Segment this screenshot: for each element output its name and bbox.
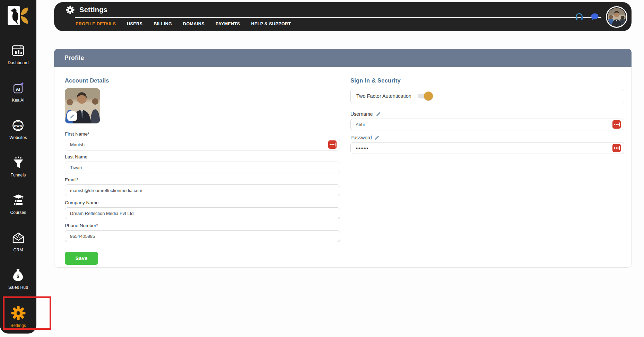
sidebar-item-label: Funnels <box>10 173 26 178</box>
envelope-gear-icon <box>11 231 25 245</box>
sidebar-item-sales-hub[interactable]: $ Sales Hub <box>8 268 28 293</box>
sidebar-item-label: Dashboard <box>8 60 29 65</box>
edit-username-button[interactable] <box>376 111 381 117</box>
svg-text:www: www <box>14 124 23 128</box>
svg-text:AI: AI <box>16 87 20 92</box>
header-underline <box>75 17 601 18</box>
password-manager-icon[interactable] <box>612 120 621 129</box>
tab-help-support[interactable]: HELP & SUPPORT <box>251 21 291 26</box>
password-manager-icon[interactable] <box>612 144 621 152</box>
dashboard-icon <box>11 44 25 58</box>
security-column: Sign In & Security Two Factor Autenticat… <box>350 67 624 157</box>
password-manager-icon[interactable] <box>328 140 337 149</box>
company-name-label: Company Name <box>65 200 340 206</box>
annotation-highlight-box <box>3 296 51 330</box>
tab-profile-details[interactable]: PROFILE DETAILS <box>76 21 116 26</box>
last-name-field <box>65 162 340 173</box>
top-header: Settings PROFILE DETAILS USERS BILLING D… <box>54 2 632 31</box>
company-name-input[interactable] <box>65 207 340 219</box>
username-label: Username <box>350 111 373 117</box>
headset-icon[interactable] <box>575 12 584 21</box>
sidebar-item-websites[interactable]: www Websites <box>9 119 27 144</box>
sidebar-item-kea-ai[interactable]: AI Kea AI <box>11 81 25 106</box>
funnel-icon <box>11 156 25 170</box>
settings-title-gear-icon <box>66 6 75 14</box>
edit-photo-button[interactable] <box>67 111 77 121</box>
first-name-field <box>65 139 340 150</box>
sidebar-nav: Dashboard AI Kea AI www Websites <box>0 44 36 331</box>
first-name-label: First Name* <box>65 131 340 137</box>
sidebar-item-funnels[interactable]: Funnels <box>10 156 26 181</box>
settings-page: Dashboard AI Kea AI www Websites <box>0 0 644 337</box>
settings-tabs: PROFILE DETAILS USERS BILLING DOMAINS PA… <box>76 21 291 26</box>
sidebar-item-label: CRM <box>14 248 23 252</box>
sidebar-item-label: Courses <box>10 210 26 215</box>
sidebar-item-label: Kea AI <box>12 98 25 103</box>
two-factor-label: Two Factor Autentication <box>356 93 411 99</box>
tab-billing[interactable]: BILLING <box>154 21 172 26</box>
email-input[interactable] <box>65 184 340 196</box>
tab-users[interactable]: USERS <box>127 21 142 26</box>
svg-text:$: $ <box>17 274 20 279</box>
phone-number-input[interactable] <box>65 230 340 242</box>
two-factor-toggle[interactable] <box>418 94 432 98</box>
password-input[interactable] <box>350 142 624 154</box>
username-input[interactable] <box>350 119 624 130</box>
profile-section-bar: Profile <box>54 49 632 67</box>
email-label: Email* <box>65 177 340 183</box>
first-name-input[interactable] <box>65 139 340 150</box>
tab-domains[interactable]: DOMAINS <box>183 21 204 26</box>
password-label: Password <box>350 135 372 141</box>
sidebar: Dashboard AI Kea AI www Websites <box>0 0 36 334</box>
page-title: Settings <box>79 6 107 14</box>
profile-section-title: Profile <box>64 54 84 62</box>
globe-www-icon: www <box>11 119 25 132</box>
bird-logo-icon <box>7 6 29 26</box>
sidebar-item-dashboard[interactable]: Dashboard <box>8 44 29 69</box>
pencil-icon <box>374 135 380 140</box>
pencil-icon <box>376 111 381 117</box>
app-logo[interactable] <box>7 6 29 27</box>
toggle-knob <box>424 92 433 101</box>
phone-number-label: Phone Number* <box>65 223 340 229</box>
profile-card-body: Account Details <box>54 67 632 268</box>
save-button[interactable]: Save <box>65 252 98 265</box>
last-name-input[interactable] <box>65 162 340 173</box>
account-details-heading: Account Details <box>65 77 340 84</box>
money-bag-icon: $ <box>11 268 25 282</box>
email-field <box>65 184 340 196</box>
sidebar-item-crm[interactable]: CRM <box>11 231 25 256</box>
phone-number-field <box>65 230 340 242</box>
avatar-photo <box>608 8 626 26</box>
sidebar-item-courses[interactable]: Courses <box>10 193 26 218</box>
sidebar-item-label: Websites <box>9 135 27 140</box>
two-factor-box: Two Factor Autentication <box>350 89 624 103</box>
profile-card: Profile Account Details <box>54 49 632 268</box>
ai-icon: AI <box>11 81 25 95</box>
company-name-field <box>65 207 340 219</box>
last-name-label: Last Name <box>65 154 340 160</box>
user-avatar[interactable] <box>606 6 627 28</box>
security-heading: Sign In & Security <box>350 77 624 84</box>
chat-icon[interactable] <box>591 12 599 21</box>
sidebar-item-label: Sales Hub <box>8 285 28 290</box>
edit-password-button[interactable] <box>374 135 380 140</box>
account-details-column: Account Details <box>65 67 340 265</box>
tab-payments[interactable]: PAYMENTS <box>216 21 240 26</box>
password-field <box>350 142 624 154</box>
username-field <box>350 119 624 130</box>
graduation-books-icon <box>11 193 25 207</box>
profile-photo[interactable] <box>65 88 100 123</box>
pencil-icon <box>70 114 75 119</box>
